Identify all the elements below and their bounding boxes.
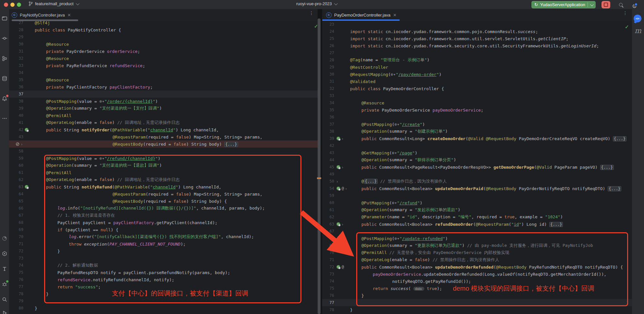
code-line[interactable]: 61@PermitAll [9, 169, 318, 176]
line-number[interactable]: 73 [9, 256, 23, 260]
code-text[interactable]: @OperateLog(enable = false) // 回调地址，无需记录… [46, 177, 180, 183]
code-text[interactable]: @Tag(name = "管理后台 - 示例订单") [350, 57, 430, 63]
code-line[interactable]: 54@›public CommonResult<Boolean> updateD… [322, 185, 632, 192]
tab-paynotifycontroller[interactable]: C PayNotifyController.java ✕ [12, 9, 71, 21]
line-number[interactable]: 32 [322, 86, 334, 91]
line-number[interactable]: 27 [9, 21, 23, 25]
notifications-bell-icon[interactable] [1, 95, 8, 102]
code-line[interactable]: 39›public CommonResult<Long> createDemoO… [322, 135, 632, 142]
line-number[interactable]: 31 [9, 49, 23, 54]
line-number[interactable]: 37 [9, 92, 23, 96]
line-number[interactable]: 30 [9, 42, 23, 46]
line-number[interactable]: 29 [322, 65, 334, 69]
profiler-icon[interactable] [1, 235, 8, 242]
code-text[interactable]: @PutMapping(⊕▾"/refund") [361, 200, 422, 205]
code-text[interactable]: private PayClientFactory payClientFactor… [46, 85, 153, 90]
code-text[interactable]: @PostMapping(value = ⊕▾"/refund/{channel… [46, 156, 160, 161]
code-text[interactable]: refundService.notifyRefund(channelId, no… [57, 277, 174, 282]
code-line[interactable]: 31private PayOrderService orderService; [9, 48, 318, 55]
line-number[interactable]: 74 [322, 279, 334, 284]
code-line[interactable]: 37 [9, 91, 318, 98]
left-inspections-ok-icon[interactable]: ✓ [314, 23, 318, 29]
code-line[interactable]: 33 [322, 92, 632, 99]
code-line[interactable]: 72@public CommonResult<Boolean> updateDe… [322, 263, 632, 271]
code-line[interactable]: 76refundService.notifyRefund(channelId, … [9, 276, 318, 283]
code-line[interactable]: 38@PostMapping(value = ⊕▾"/order/{channe… [9, 98, 318, 105]
line-number[interactable]: 41 [9, 120, 23, 125]
annotation-gutter-icon[interactable]: @ [342, 265, 344, 269]
code-line[interactable]: 59 [322, 192, 632, 199]
code-text[interactable]: @Resource [46, 56, 69, 61]
line-number[interactable]: 60 [322, 200, 334, 205]
code-line[interactable]: 60@Operation(summary = "支付渠道的统一【退款】回调") [9, 162, 318, 169]
line-number[interactable]: 78 [9, 292, 23, 296]
settings-button[interactable]: ⚙ [632, 4, 637, 9]
code-line[interactable]: 71@OperateLog(enable = false) // 禁用操作日志，… [322, 256, 632, 263]
code-text[interactable]: PayClient payClient = payClientFactory.g… [57, 220, 217, 225]
line-number[interactable]: 67 [322, 229, 334, 234]
line-number[interactable]: 58 [9, 149, 23, 153]
fold-chevron-icon[interactable]: › [345, 186, 347, 191]
code-text[interactable]: @Resource [46, 42, 69, 47]
endpoint-gutter-icon[interactable] [336, 265, 340, 269]
endpoint-gutter-icon[interactable] [336, 222, 340, 226]
line-number[interactable]: 70 [9, 235, 23, 239]
commit-icon[interactable] [1, 35, 8, 42]
code-text[interactable]: // 1. 校验支付渠道是否存在 [57, 212, 115, 218]
line-number[interactable]: 75 [322, 286, 334, 291]
code-text[interactable]: import static cn.iocoder.yudao.framework… [350, 43, 599, 48]
code-line[interactable]: 74notifyReqDTO.getPayRefundId()); [322, 278, 632, 285]
code-text[interactable]: @Resource [361, 101, 384, 105]
code-line[interactable]: 24import static cn.iocoder.yudao.framewo… [322, 28, 632, 35]
code-text[interactable]: @PermitAll [46, 170, 71, 175]
code-text[interactable]: public CommonResult<Long> createDemoOrde… [361, 136, 626, 141]
code-text[interactable]: @{...} // 禁用操作日志，因为没有操作人 [361, 178, 447, 184]
endpoint-gutter-icon[interactable] [336, 137, 340, 140]
code-line[interactable]: 43@GetMapping(⊕▾"/page") [322, 149, 632, 156]
code-line[interactable]: 60@PutMapping(⊕▾"/refund") [322, 199, 632, 206]
code-text[interactable]: public CommonResult<Boolean> updateDemoO… [361, 265, 623, 270]
fold-chevron-icon[interactable]: › [342, 222, 343, 227]
code-line[interactable]: 65@RequestBody(required = false) String … [9, 198, 318, 205]
line-number[interactable]: 23 [322, 22, 334, 27]
line-number[interactable]: 54 [322, 186, 334, 191]
line-number[interactable]: 28 [322, 58, 334, 62]
code-text[interactable]: public CommonResult<Boolean> refundDemoO… [361, 222, 563, 227]
fold-chevron-icon[interactable]: › [342, 136, 343, 141]
run-configuration-widget[interactable]: ↻ YudaoServerApplication [531, 1, 596, 8]
disabled-breakpoint-icon[interactable]: ⊘ [16, 142, 20, 147]
line-number[interactable]: 24 [322, 29, 334, 34]
git-branch-widget[interactable]: feature/mall_product [26, 1, 81, 7]
line-number[interactable]: 38 [322, 129, 334, 134]
code-text[interactable]: @RequestMapping(⊕▾"/pay/demo-order") [350, 72, 442, 77]
line-number[interactable]: 80 [9, 306, 23, 310]
database-icon[interactable] [1, 75, 8, 82]
code-line[interactable]: 70@PermitAll // 无需登录，安全由 PayDemoOrderSer… [322, 249, 632, 256]
editor-splitter-scrollbar[interactable] [318, 18, 321, 314]
code-line[interactable]: 44@Operation(summary = "获得示例订单分页") [322, 156, 632, 163]
code-line[interactable]: 75PayRefundRespDTO notify = payClient.pa… [9, 269, 318, 276]
line-number[interactable]: 43 [322, 151, 334, 155]
line-number[interactable]: 42 [322, 143, 334, 148]
more-tools-icon[interactable] [1, 115, 8, 122]
code-line[interactable]: 68@PostMapping(⊕▾"/update-refunded") [322, 235, 632, 242]
services-icon[interactable] [1, 250, 8, 257]
code-text[interactable]: @PostMapping(value = ⊕▾"/order/{channelI… [46, 99, 158, 104]
code-text[interactable]: payDemoOrderService.updateDemoOrderRefun… [373, 272, 606, 277]
code-text[interactable]: public CommonResult<Boolean> updateDemoO… [361, 186, 621, 191]
code-line[interactable]: 26import static cn.iocoder.yudao.framewo… [322, 42, 632, 49]
line-number[interactable]: 76 [322, 293, 334, 298]
line-number[interactable]: 72 [9, 249, 23, 253]
line-number[interactable]: 65 [9, 199, 23, 203]
code-text[interactable]: return "success"; [57, 284, 101, 289]
code-text[interactable]: @RequestBody(required = false) String bo… [113, 142, 238, 147]
code-line[interactable]: 74// 2. 解析通知数据 [9, 262, 318, 269]
tab-options-kebab-icon[interactable]: ⋮ [309, 12, 314, 14]
line-number[interactable]: 31 [322, 79, 334, 84]
line-number[interactable]: 45 [322, 165, 334, 169]
code-text[interactable]: public String notifyRefund(@PathVariable… [46, 185, 221, 189]
line-number[interactable]: 49 [322, 172, 334, 176]
code-text[interactable]: @Parameter(name = "id", description = "编… [361, 214, 563, 220]
left-editor[interactable]: 27@Slf4j28public class PayNotifyControll… [9, 21, 318, 314]
line-number[interactable]: 36 [9, 85, 23, 89]
